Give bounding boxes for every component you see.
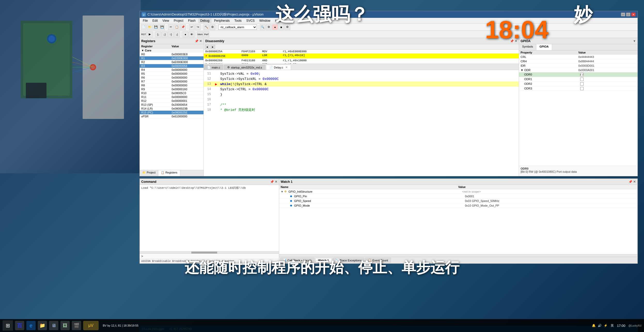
- redo-btn[interactable]: ↪: [195, 24, 201, 30]
- prop-row-idr[interactable]: IDR 0x0000D001: [519, 64, 638, 68]
- taskbar-monitor-icon[interactable]: 🖥: [49, 321, 58, 330]
- prop-row-odr2[interactable]: ODR2: [519, 82, 638, 86]
- reg-r5[interactable]: R5 0x00000000: [140, 72, 203, 76]
- step-out-btn[interactable]: ↑}: [168, 32, 174, 37]
- watch-close-icon[interactable]: ✕: [633, 180, 636, 184]
- cmd-close-icon[interactable]: ✕: [275, 180, 277, 184]
- disasm-row-4[interactable]: 0x08000264 2900 CMP r1,#0x00: [204, 63, 519, 64]
- menu-tools[interactable]: Tools: [232, 18, 244, 23]
- watch-scrollbar[interactable]: [279, 254, 637, 257]
- menu-peripherals[interactable]: Peripherals: [212, 18, 232, 23]
- minimize-button[interactable]: ─: [621, 13, 625, 16]
- menu-file[interactable]: File: [141, 18, 150, 23]
- watch-btn[interactable]: 👁: [189, 32, 194, 37]
- prop-row-odr1[interactable]: ODR1: [519, 77, 638, 82]
- tab-delay-c[interactable]: 📄 Delay.c ✕: [266, 65, 291, 70]
- maximize-button[interactable]: □: [626, 13, 630, 16]
- taskbar-file-icon[interactable]: 📁: [38, 321, 47, 330]
- step-over-btn[interactable]: ↓}: [162, 32, 167, 37]
- watch-row-gpio-init[interactable]: ▼ ⊕ GPIO_InitStructure <not in scope>: [279, 189, 637, 194]
- disasm-row-2[interactable]: ➤ 0x0800025E 6909 LDR r1,[r1,#0x10]: [204, 54, 519, 59]
- save-all-btn[interactable]: 💾: [159, 24, 165, 30]
- close-button[interactable]: ✕: [631, 13, 635, 16]
- reg-r15[interactable]: R15 (PC) 0x0800025E: [140, 111, 203, 115]
- taskbar-photo-icon[interactable]: 🖼: [60, 321, 70, 330]
- disasm-fwd-btn[interactable]: ►: [210, 45, 215, 49]
- tab-registers[interactable]: 📋 Registers: [158, 170, 180, 176]
- odr0-checkbox[interactable]: ✓: [580, 73, 584, 76]
- registers-pin-icon[interactable]: 📌: [195, 39, 199, 43]
- reg-r9[interactable]: R9 0x00000160: [140, 87, 203, 91]
- reg-r2[interactable]: R2 0xE000E000: [140, 60, 203, 64]
- reg-r6[interactable]: R6 0x00000000: [140, 76, 203, 80]
- watch-row-gpio-pin[interactable]: ◆ GPIO_Pin 0x0001: [279, 194, 637, 199]
- copy-btn[interactable]: 📋: [174, 24, 180, 30]
- disasm-back-btn[interactable]: ◄: [205, 45, 209, 49]
- undo-btn[interactable]: ↩: [189, 24, 194, 30]
- reg-r8[interactable]: R8 0x00000000: [140, 84, 203, 87]
- prop-panel-dropdown-icon[interactable]: ▼: [633, 39, 636, 43]
- registers-close-icon[interactable]: ✕: [199, 39, 202, 43]
- rebuild-btn[interactable]: ⚙: [210, 24, 215, 30]
- tab-project[interactable]: 📁 Project: [140, 170, 158, 176]
- reg-r7[interactable]: R7 0x00000000: [140, 80, 203, 84]
- watch-pin-icon[interactable]: 📌: [629, 180, 632, 184]
- delay-c-close-icon[interactable]: ✕: [285, 66, 288, 69]
- watch-row-gpio-mode[interactable]: ◆ GPIO_Mode 0x10 GPIO_Mode_Out_PP: [279, 203, 637, 208]
- perf-btn[interactable]: Perf: [203, 32, 209, 37]
- taskbar-baidu-icon[interactable]: 百: [15, 321, 24, 330]
- cmd-input-field[interactable]: [144, 255, 277, 258]
- open-btn[interactable]: 📁: [147, 24, 153, 30]
- cmd-scrollbar-thumb[interactable]: [191, 252, 217, 254]
- build-btn[interactable]: 🔨: [203, 24, 209, 30]
- taskbar-ie-icon[interactable]: e: [26, 321, 36, 330]
- mem-btn[interactable]: Mem: [197, 32, 203, 37]
- menu-svcs[interactable]: SVCS: [244, 18, 257, 23]
- menu-debug[interactable]: Debug: [198, 18, 211, 23]
- reg-r0[interactable]: R0 0x000003E8: [140, 52, 203, 56]
- reg-r13[interactable]: R13 (SP) 0x20000654: [140, 103, 203, 107]
- prop-row-odr0[interactable]: ODR0 ✓: [519, 72, 638, 77]
- reg-core-group[interactable]: ▼ Core: [140, 49, 203, 52]
- prop-tab-symbols[interactable]: Symbols: [519, 44, 536, 50]
- taskbar-media-icon[interactable]: 🎬: [72, 321, 81, 330]
- run-to-cursor-btn[interactable]: ↓|: [174, 32, 180, 37]
- step-into-btn[interactable]: {↓: [155, 32, 161, 37]
- cmd-pin-icon[interactable]: 📌: [270, 180, 274, 184]
- breakpoint-btn[interactable]: ●: [183, 32, 188, 37]
- reg-r14[interactable]: R14 (LR) 0x0800023B: [140, 107, 203, 111]
- save-btn[interactable]: 💾: [153, 24, 159, 30]
- reg-r3[interactable]: R3 0x00000058: [140, 64, 203, 68]
- odr-expand-icon[interactable]: ▼: [521, 69, 523, 72]
- function-combo[interactable]: rtc_callback_alarm: [218, 25, 257, 30]
- menu-flash[interactable]: Flash: [186, 18, 198, 23]
- odr1-checkbox[interactable]: [580, 78, 584, 81]
- prop-row-odr3[interactable]: ODR3: [519, 86, 638, 91]
- reg-r4[interactable]: R4 0x00000000: [140, 68, 203, 72]
- disasm-row-1[interactable]: 0x0800025A F04F21E0 MOV r1,#0xE000E000: [204, 50, 519, 54]
- paste-btn[interactable]: 📌: [180, 24, 186, 30]
- rst-btn[interactable]: RST: [141, 32, 146, 37]
- cmd-horizontal-scrollbar[interactable]: [140, 251, 279, 253]
- watch-row-gpio-speed[interactable]: ◆ GPIO_Speed 0x03 GPIO_Speed_50MHz: [279, 199, 637, 203]
- menu-view[interactable]: View: [160, 18, 171, 23]
- tab-startup[interactable]: ⚙ startup_stm32f10x_md.s: [224, 65, 265, 70]
- tab-main-c[interactable]: 📄 main.c: [204, 65, 223, 70]
- code-editor[interactable]: 11 SysTick->VAL = 0x00; 12 SysTick->SysT…: [204, 70, 519, 176]
- taskbar-keil-icon[interactable]: μV: [83, 321, 99, 330]
- odr2-checkbox[interactable]: [580, 82, 584, 86]
- prop-tab-gpioa[interactable]: GPIOA: [536, 44, 552, 50]
- prop-row-odr[interactable]: ▼ODR 0x0000A001: [519, 68, 638, 72]
- prop-row-crl[interactable]: CRL 0x44444443: [519, 55, 638, 59]
- reg-r1[interactable]: R1 0xE000E000: [140, 56, 203, 60]
- search-btn[interactable]: 🔍: [260, 24, 265, 30]
- menu-project[interactable]: Project: [172, 18, 185, 23]
- settings-btn[interactable]: ⚙: [266, 24, 272, 30]
- run-btn[interactable]: ▶: [147, 32, 153, 37]
- disasm-row-3[interactable]: 0x08000260 F4013180 AND r1,r1,#0x10000: [204, 59, 519, 63]
- start-button[interactable]: ⊞: [3, 320, 13, 331]
- prop-row-crh[interactable]: CRH 0x88844444: [519, 59, 638, 64]
- new-file-btn[interactable]: 📄: [141, 24, 146, 30]
- odr3-checkbox[interactable]: [580, 87, 584, 90]
- reg-r10[interactable]: R10 0x08005C0: [140, 91, 203, 95]
